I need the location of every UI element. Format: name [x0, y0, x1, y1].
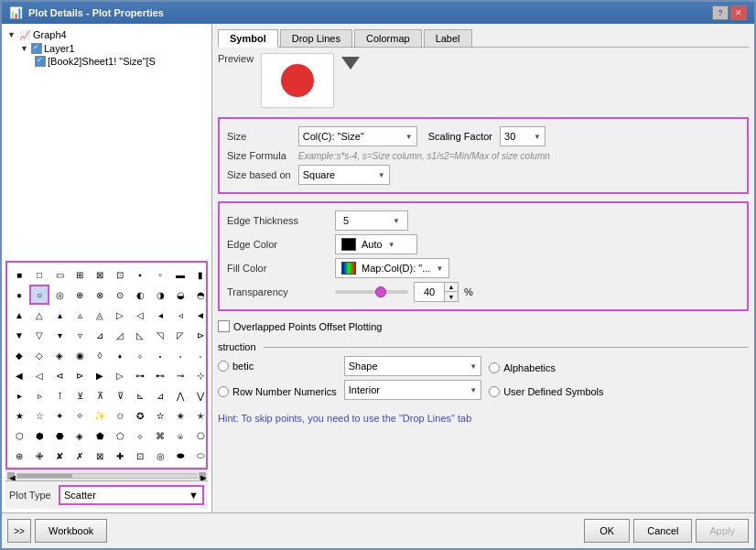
scrollbar-horizontal[interactable]: ◄ ► [5, 469, 208, 480]
symbol-cell[interactable]: ⊶ [130, 365, 150, 385]
scroll-right-btn[interactable]: ► [199, 472, 206, 480]
symbol-cell[interactable]: ✧ [70, 405, 90, 426]
symbol-cell[interactable]: ▬ [170, 264, 190, 285]
symbol-cell[interactable]: ⊛ [9, 446, 29, 466]
symbol-cell[interactable]: ▮ [190, 264, 208, 285]
symbol-cell[interactable]: ⟐ [130, 426, 150, 446]
symbol-cell[interactable]: ⬫ [190, 345, 208, 365]
tree-plot[interactable]: [Book2]Sheet1! "Size"[S [5, 55, 208, 68]
symbol-cell[interactable]: ✨ [90, 405, 110, 426]
tab-symbol[interactable]: Symbol [218, 29, 278, 48]
size-based-on-dropdown[interactable]: Square ▼ [298, 165, 390, 185]
symbol-cell[interactable]: ✪ [130, 405, 150, 426]
symbol-cell[interactable]: ◺ [130, 325, 150, 345]
symbol-cell[interactable]: ▭ [49, 264, 70, 285]
symbol-cell[interactable]: ★ [9, 405, 29, 426]
size-dropdown[interactable]: Col(C): "Size" ▼ [298, 126, 417, 146]
symbol-cell[interactable]: ◁ [130, 305, 150, 325]
symbol-cell[interactable]: ▴ [49, 305, 70, 325]
symbol-cell[interactable]: ✦ [49, 405, 70, 426]
alphabetic-radio[interactable] [218, 361, 229, 372]
symbol-cell[interactable]: ⊠ [90, 446, 110, 466]
transparency-input[interactable] [415, 283, 444, 301]
tree-layer[interactable]: ▼ Layer1 [5, 42, 208, 55]
ok-button[interactable]: OK [584, 519, 630, 543]
layer-checkbox[interactable] [31, 43, 42, 54]
symbol-cell[interactable]: ◃ [170, 305, 190, 325]
symbol-cell[interactable]: ◎ [150, 446, 170, 466]
symbol-cell[interactable]: ✭ [190, 405, 208, 426]
scaling-factor-dropdown[interactable]: 30 ▼ [500, 126, 545, 146]
symbol-cell[interactable]: ▲ [9, 305, 29, 325]
symbol-cell[interactable]: ⊿ [150, 385, 170, 405]
fill-color-button[interactable]: Map:Col(D): "... ▼ [335, 258, 449, 278]
symbol-cell[interactable]: ⋀ [170, 385, 190, 405]
tab-colormap[interactable]: Colormap [354, 29, 422, 47]
symbol-cell[interactable]: ▸ [9, 385, 29, 405]
symbol-cell[interactable]: □ [29, 264, 49, 285]
symbol-cell[interactable]: ⬡ [9, 426, 29, 446]
apply-button[interactable]: Apply [696, 519, 749, 543]
symbol-cell[interactable]: ⊼ [90, 385, 110, 405]
symbol-cell[interactable]: ✚ [110, 446, 130, 466]
forward-button[interactable]: >> [7, 519, 31, 543]
symbol-cell[interactable]: ◑ [150, 285, 170, 305]
symbol-cell[interactable]: ☆ [29, 405, 49, 426]
symbol-cell[interactable]: ✙ [29, 446, 49, 466]
symbol-cell[interactable]: ⬠ [110, 426, 130, 446]
symbol-cell[interactable]: ◸ [170, 325, 190, 345]
scroll-left-btn[interactable]: ◄ [7, 472, 15, 480]
symbol-cell[interactable]: ◈ [49, 345, 70, 365]
symbol-cell[interactable]: ⊷ [150, 365, 170, 385]
spinbox-down[interactable]: ▼ [445, 292, 458, 301]
symbol-cell[interactable]: ◀ [9, 365, 29, 385]
symbol-cell[interactable]: ⋁ [190, 385, 208, 405]
symbol-cell[interactable]: ⬣ [49, 426, 70, 446]
symbol-cell[interactable]: ◒ [170, 285, 190, 305]
symbol-cell[interactable]: ⊸ [170, 365, 190, 385]
symbol-cell[interactable]: ▷ [110, 365, 130, 385]
symbol-cell[interactable]: ⬟ [90, 426, 110, 446]
preview-dropdown-arrow[interactable] [341, 57, 360, 70]
edge-thickness-dropdown[interactable]: 5 ▼ [335, 210, 408, 231]
symbol-cell[interactable]: ◬ [90, 305, 110, 325]
symbol-cell[interactable]: ⎔ [190, 426, 208, 446]
symbol-cell[interactable]: ⊙ [110, 285, 130, 305]
symbol-cell[interactable]: ⬧ [110, 345, 130, 365]
transparency-slider[interactable] [335, 290, 408, 294]
symbol-cell[interactable]: ⊳ [190, 325, 208, 345]
symbol-cell[interactable]: ◇ [29, 345, 49, 365]
symbol-cell[interactable]: ⊹ [190, 365, 208, 385]
symbol-cell[interactable]: ⊲ [49, 365, 70, 385]
symbol-cell[interactable]: ⊺ [49, 385, 70, 405]
edge-color-button[interactable]: Auto ▼ [335, 234, 417, 254]
symbol-cell[interactable]: ✗ [70, 446, 90, 466]
symbol-cell[interactable]: ⬨ [130, 345, 150, 365]
symbol-cell[interactable]: ⊞ [70, 264, 90, 285]
symbol-cell[interactable]: ◊ [90, 345, 110, 365]
symbol-cell[interactable]: ✘ [49, 446, 70, 466]
symbol-cell[interactable]: ■ [9, 264, 29, 285]
interior-dropdown[interactable]: Interior ▼ [344, 380, 481, 400]
symbol-cell[interactable]: ◆ [9, 345, 29, 365]
plot-checkbox[interactable] [35, 56, 46, 67]
symbol-cell[interactable]: ⊠ [90, 264, 110, 285]
symbol-cell[interactable]: ⊡ [130, 446, 150, 466]
symbol-cell[interactable]: ⊕ [70, 285, 90, 305]
scroll-track[interactable] [16, 473, 197, 479]
symbol-cell[interactable]: ○ [29, 285, 49, 305]
symbol-cell[interactable]: ⬪ [170, 345, 190, 365]
symbol-cell[interactable]: ◁ [29, 365, 49, 385]
spinbox-up[interactable]: ▲ [445, 283, 458, 292]
plot-type-select[interactable]: Scatter ▼ [59, 485, 204, 505]
symbol-cell[interactable]: ▫ [150, 264, 170, 285]
symbol-cell[interactable]: ◹ [150, 325, 170, 345]
symbol-cell[interactable]: ⍟ [170, 426, 190, 446]
tree-root[interactable]: ▼ 📈 Graph4 [5, 27, 208, 42]
cancel-button[interactable]: Cancel [633, 519, 692, 543]
tab-label[interactable]: Label [424, 29, 472, 47]
workbook-button[interactable]: Workbook [35, 519, 107, 543]
symbol-cell[interactable]: ◈ [70, 426, 90, 446]
symbol-cell[interactable]: ◄ [190, 305, 208, 325]
symbol-cell[interactable]: ◓ [190, 285, 208, 305]
